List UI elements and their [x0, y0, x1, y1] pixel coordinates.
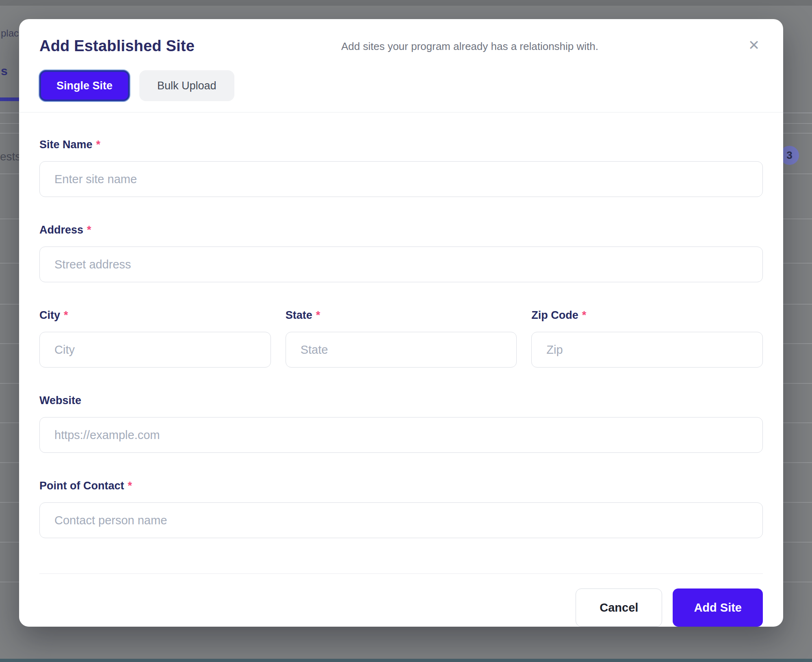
zip-field-group: Zip Code* [531, 309, 763, 368]
site-name-field-group: Site Name* [39, 138, 763, 197]
upload-mode-tabs: Single Site Bulk Upload [39, 70, 763, 101]
contact-person-input[interactable] [39, 502, 763, 538]
state-input[interactable] [286, 332, 517, 368]
website-input[interactable] [39, 417, 763, 453]
tab-single-site[interactable]: Single Site [39, 70, 130, 101]
modal-subtitle: Add sites your program already has a rel… [195, 39, 745, 53]
address-label: Address* [39, 224, 763, 236]
required-asterisk: * [64, 309, 68, 321]
required-asterisk: * [582, 309, 587, 321]
state-field-group: State* [286, 309, 517, 368]
site-name-label: Site Name* [39, 138, 763, 151]
background-active-tab-text: s [1, 64, 8, 78]
zip-code-label-text: Zip Code [531, 309, 578, 321]
required-asterisk: * [87, 224, 91, 236]
website-field-group: Website [39, 394, 763, 453]
city-field-group: City* [39, 309, 271, 368]
add-established-site-modal: Add Established Site Add sites your prog… [19, 19, 783, 627]
modal-header: Add Established Site Add sites your prog… [19, 19, 783, 112]
background-breadcrumb-text: plac [1, 28, 19, 39]
website-label-text: Website [39, 394, 81, 407]
city-label-text: City [39, 309, 60, 321]
background-row-text: ests [0, 150, 21, 163]
modal-title: Add Established Site [39, 36, 195, 56]
tab-bulk-upload[interactable]: Bulk Upload [139, 70, 234, 101]
point-of-contact-label: Point of Contact* [39, 480, 763, 492]
zip-input[interactable] [531, 332, 763, 368]
add-site-button[interactable]: Add Site [673, 588, 763, 627]
modal-footer: Cancel Add Site [39, 573, 763, 627]
close-icon[interactable]: ✕ [745, 36, 763, 54]
site-name-label-text: Site Name [39, 138, 93, 151]
point-of-contact-label-text: Point of Contact [39, 480, 124, 492]
required-asterisk: * [128, 480, 132, 492]
street-address-input[interactable] [39, 247, 763, 282]
city-state-zip-row: City* State* Zip Code* [39, 309, 763, 368]
city-input[interactable] [39, 332, 271, 368]
cancel-button[interactable]: Cancel [576, 588, 662, 627]
address-field-group: Address* [39, 224, 763, 282]
city-label: City* [39, 309, 271, 322]
website-label: Website [39, 394, 763, 407]
page-bottom-edge [0, 659, 812, 662]
page-top-edge [0, 0, 812, 6]
zip-code-label: Zip Code* [531, 309, 763, 322]
state-label: State* [286, 309, 517, 322]
site-name-input[interactable] [39, 161, 763, 197]
point-of-contact-field-group: Point of Contact* [39, 480, 763, 538]
required-asterisk: * [96, 138, 101, 151]
modal-body: Site Name* Address* City* State* [19, 112, 783, 552]
address-label-text: Address [39, 224, 83, 236]
state-label-text: State [286, 309, 312, 321]
required-asterisk: * [316, 309, 320, 321]
